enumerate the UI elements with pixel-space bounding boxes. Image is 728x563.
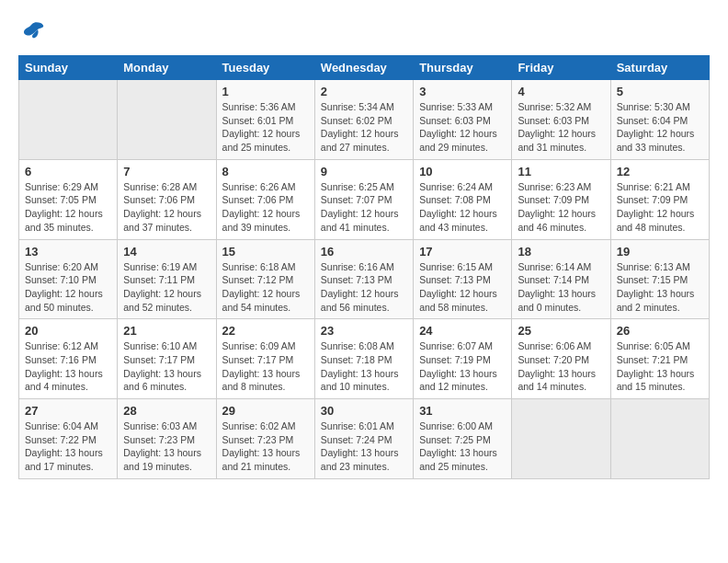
day-detail: Sunrise: 5:36 AM Sunset: 6:01 PM Dayligh…: [222, 100, 309, 155]
day-detail: Sunrise: 6:01 AM Sunset: 7:24 PM Dayligh…: [321, 419, 407, 474]
day-detail: Sunrise: 6:21 AM Sunset: 7:09 PM Dayligh…: [617, 180, 703, 235]
calendar-cell: 5Sunrise: 5:30 AM Sunset: 6:04 PM Daylig…: [610, 80, 709, 160]
day-number: 31: [419, 404, 506, 418]
day-number: 29: [222, 404, 309, 418]
day-detail: Sunrise: 6:29 AM Sunset: 7:05 PM Dayligh…: [25, 180, 111, 235]
calendar-cell: 3Sunrise: 5:33 AM Sunset: 6:03 PM Daylig…: [414, 80, 512, 160]
calendar-cell: 28Sunrise: 6:03 AM Sunset: 7:23 PM Dayli…: [118, 399, 216, 479]
calendar-cell: 7Sunrise: 6:28 AM Sunset: 7:06 PM Daylig…: [118, 159, 216, 239]
day-detail: Sunrise: 6:04 AM Sunset: 7:22 PM Dayligh…: [25, 419, 111, 474]
calendar-cell: 10Sunrise: 6:24 AM Sunset: 7:08 PM Dayli…: [414, 159, 512, 239]
day-number: 3: [419, 85, 506, 98]
calendar-cell: 21Sunrise: 6:10 AM Sunset: 7:17 PM Dayli…: [118, 319, 216, 399]
calendar-table: SundayMondayTuesdayWednesdayThursdayFrid…: [18, 55, 710, 479]
day-detail: Sunrise: 5:33 AM Sunset: 6:03 PM Dayligh…: [419, 100, 506, 155]
calendar-cell: 30Sunrise: 6:01 AM Sunset: 7:24 PM Dayli…: [314, 399, 413, 479]
weekday-header-monday: Monday: [118, 56, 216, 80]
header-row: SundayMondayTuesdayWednesdayThursdayFrid…: [19, 56, 710, 80]
day-number: 25: [518, 324, 604, 338]
day-detail: Sunrise: 6:16 AM Sunset: 7:13 PM Dayligh…: [321, 260, 407, 315]
day-detail: Sunrise: 6:00 AM Sunset: 7:25 PM Dayligh…: [419, 419, 506, 474]
day-number: 23: [321, 324, 407, 338]
logo-icon: [18, 18, 46, 46]
calendar-cell: 24Sunrise: 6:07 AM Sunset: 7:19 PM Dayli…: [414, 319, 512, 399]
day-detail: Sunrise: 6:08 AM Sunset: 7:18 PM Dayligh…: [321, 339, 407, 394]
header: [18, 18, 710, 46]
day-detail: Sunrise: 6:12 AM Sunset: 7:16 PM Dayligh…: [25, 339, 111, 394]
day-detail: Sunrise: 6:03 AM Sunset: 7:23 PM Dayligh…: [123, 419, 210, 474]
day-number: 9: [321, 165, 407, 178]
day-detail: Sunrise: 6:23 AM Sunset: 7:09 PM Dayligh…: [518, 180, 604, 235]
day-detail: Sunrise: 6:09 AM Sunset: 7:17 PM Dayligh…: [222, 339, 309, 394]
day-number: 27: [25, 404, 111, 418]
day-number: 5: [617, 85, 703, 98]
logo: [18, 18, 50, 46]
calendar-cell: 26Sunrise: 6:05 AM Sunset: 7:21 PM Dayli…: [610, 319, 709, 399]
day-detail: Sunrise: 5:30 AM Sunset: 6:04 PM Dayligh…: [617, 100, 703, 155]
calendar-cell: 15Sunrise: 6:18 AM Sunset: 7:12 PM Dayli…: [216, 239, 314, 319]
day-number: 11: [518, 165, 604, 178]
calendar-cell: 12Sunrise: 6:21 AM Sunset: 7:09 PM Dayli…: [610, 159, 709, 239]
day-number: 19: [617, 245, 703, 259]
calendar-cell: 16Sunrise: 6:16 AM Sunset: 7:13 PM Dayli…: [314, 239, 413, 319]
day-detail: Sunrise: 6:07 AM Sunset: 7:19 PM Dayligh…: [419, 339, 506, 394]
calendar-cell: 8Sunrise: 6:26 AM Sunset: 7:06 PM Daylig…: [216, 159, 314, 239]
calendar-cell: 14Sunrise: 6:19 AM Sunset: 7:11 PM Dayli…: [118, 239, 216, 319]
day-number: 26: [617, 324, 703, 338]
day-detail: Sunrise: 6:26 AM Sunset: 7:06 PM Dayligh…: [222, 180, 309, 235]
day-detail: Sunrise: 6:13 AM Sunset: 7:15 PM Dayligh…: [617, 260, 703, 315]
day-number: 4: [518, 85, 604, 98]
calendar-cell: 6Sunrise: 6:29 AM Sunset: 7:05 PM Daylig…: [19, 159, 118, 239]
weekday-header-friday: Friday: [512, 56, 610, 80]
day-number: 16: [321, 245, 407, 259]
day-detail: Sunrise: 6:28 AM Sunset: 7:06 PM Dayligh…: [123, 180, 210, 235]
weekday-header-sunday: Sunday: [19, 56, 118, 80]
calendar-week-4: 20Sunrise: 6:12 AM Sunset: 7:16 PM Dayli…: [19, 319, 710, 399]
day-number: 21: [123, 324, 210, 338]
day-detail: Sunrise: 5:32 AM Sunset: 6:03 PM Dayligh…: [518, 100, 604, 155]
calendar-cell: 25Sunrise: 6:06 AM Sunset: 7:20 PM Dayli…: [512, 319, 610, 399]
day-number: 14: [123, 245, 210, 259]
weekday-header-tuesday: Tuesday: [216, 56, 314, 80]
weekday-header-wednesday: Wednesday: [314, 56, 413, 80]
day-detail: Sunrise: 6:18 AM Sunset: 7:12 PM Dayligh…: [222, 260, 309, 315]
day-number: 22: [222, 324, 309, 338]
calendar-week-1: 1Sunrise: 5:36 AM Sunset: 6:01 PM Daylig…: [19, 80, 710, 160]
calendar-cell: 31Sunrise: 6:00 AM Sunset: 7:25 PM Dayli…: [414, 399, 512, 479]
calendar-cell: 13Sunrise: 6:20 AM Sunset: 7:10 PM Dayli…: [19, 239, 118, 319]
day-detail: Sunrise: 6:10 AM Sunset: 7:17 PM Dayligh…: [123, 339, 210, 394]
day-number: 2: [321, 85, 407, 98]
day-number: 12: [617, 165, 703, 178]
calendar-cell: 1Sunrise: 5:36 AM Sunset: 6:01 PM Daylig…: [216, 80, 314, 160]
weekday-header-saturday: Saturday: [610, 56, 709, 80]
day-number: 15: [222, 245, 309, 259]
calendar-cell: [118, 80, 216, 160]
calendar-cell: 11Sunrise: 6:23 AM Sunset: 7:09 PM Dayli…: [512, 159, 610, 239]
day-detail: Sunrise: 6:24 AM Sunset: 7:08 PM Dayligh…: [419, 180, 506, 235]
page: SundayMondayTuesdayWednesdayThursdayFrid…: [0, 0, 728, 488]
calendar-cell: 19Sunrise: 6:13 AM Sunset: 7:15 PM Dayli…: [610, 239, 709, 319]
day-number: 6: [25, 165, 111, 178]
calendar-cell: 2Sunrise: 5:34 AM Sunset: 6:02 PM Daylig…: [314, 80, 413, 160]
day-number: 17: [419, 245, 506, 259]
day-number: 30: [321, 404, 407, 418]
day-number: 10: [419, 165, 506, 178]
day-detail: Sunrise: 6:19 AM Sunset: 7:11 PM Dayligh…: [123, 260, 210, 315]
day-detail: Sunrise: 6:25 AM Sunset: 7:07 PM Dayligh…: [321, 180, 407, 235]
calendar-week-5: 27Sunrise: 6:04 AM Sunset: 7:22 PM Dayli…: [19, 399, 710, 479]
day-number: 28: [123, 404, 210, 418]
day-number: 8: [222, 165, 309, 178]
calendar-cell: 20Sunrise: 6:12 AM Sunset: 7:16 PM Dayli…: [19, 319, 118, 399]
day-detail: Sunrise: 5:34 AM Sunset: 6:02 PM Dayligh…: [321, 100, 407, 155]
day-number: 18: [518, 245, 604, 259]
calendar-cell: 22Sunrise: 6:09 AM Sunset: 7:17 PM Dayli…: [216, 319, 314, 399]
calendar-cell: 4Sunrise: 5:32 AM Sunset: 6:03 PM Daylig…: [512, 80, 610, 160]
calendar-cell: 9Sunrise: 6:25 AM Sunset: 7:07 PM Daylig…: [314, 159, 413, 239]
calendar-cell: [610, 399, 709, 479]
calendar-cell: [512, 399, 610, 479]
day-number: 1: [222, 85, 309, 98]
day-number: 24: [419, 324, 506, 338]
day-detail: Sunrise: 6:06 AM Sunset: 7:20 PM Dayligh…: [518, 339, 604, 394]
day-detail: Sunrise: 6:14 AM Sunset: 7:14 PM Dayligh…: [518, 260, 604, 315]
calendar-cell: 17Sunrise: 6:15 AM Sunset: 7:13 PM Dayli…: [414, 239, 512, 319]
